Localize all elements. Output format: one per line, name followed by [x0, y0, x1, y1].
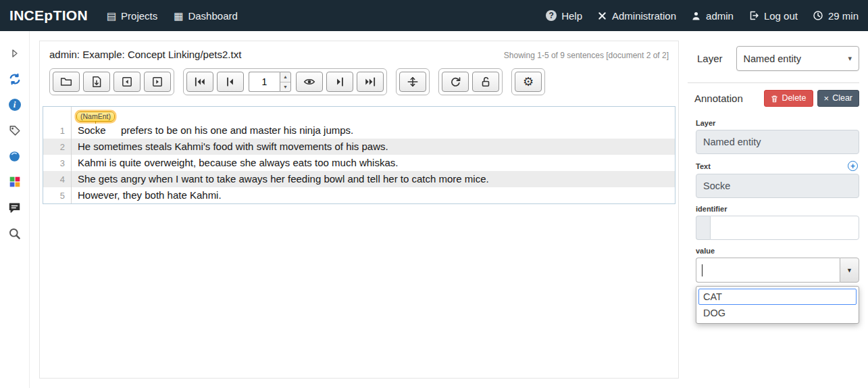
document-card: admin: Example: Concept Linking/pets2.tx… [39, 41, 679, 379]
nav-help[interactable]: ? Help [546, 10, 582, 22]
document-title: admin: Example: Concept Linking/pets2.tx… [49, 49, 241, 60]
search-sidebar-button[interactable] [6, 224, 24, 242]
layer-select-row: Layer Named entity ▾ [688, 41, 859, 71]
token-socke[interactable]: Socke [78, 124, 106, 136]
app-logo[interactable]: INCEpTION [9, 7, 88, 24]
next-page-button[interactable] [326, 72, 353, 92]
add-link-button[interactable]: + [848, 161, 858, 171]
identifier-input[interactable] [710, 216, 859, 240]
annotated-token[interactable]: (NamEnt)Socke [78, 124, 109, 136]
sentence-row-5: 5 However, they both hate Kahmi. [43, 187, 675, 203]
annotation-title: Annotation [694, 93, 760, 104]
center-selection-button[interactable] [399, 72, 426, 92]
nav-right: ? Help Administration admin Log out 29 [546, 10, 859, 22]
value-combobox: ▼ [696, 258, 859, 283]
sentence-row-1: 1 (NamEnt)Socke prefers to be on his one… [43, 107, 675, 139]
clear-button[interactable]: × Clear [817, 90, 859, 107]
annotation-label[interactable]: (NamEnt) [76, 112, 115, 122]
sentence-row-3: 3 Kahmi is quite overweight, because she… [43, 155, 675, 171]
chevron-right-icon [9, 48, 20, 59]
nav-user-label: admin [706, 10, 734, 22]
nav-user[interactable]: admin [691, 10, 734, 22]
sentence-row-2: 2 He sometimes steals Kahmi's food with … [43, 139, 675, 155]
annotation-header: Annotation Delete × Clear [688, 90, 859, 111]
previous-document-button[interactable] [113, 72, 141, 92]
clock-icon [813, 10, 823, 21]
nav-dashboard[interactable]: ▦ Dashboard [174, 10, 238, 22]
settings-button-group: ⚙ [511, 68, 545, 95]
sentence-rest[interactable]: prefers to be on his one and master his … [121, 124, 353, 136]
panel-divider [688, 82, 859, 83]
export-document-button[interactable] [83, 72, 110, 92]
value-combobox-input[interactable] [696, 258, 840, 283]
next-document-button[interactable] [144, 72, 171, 92]
layer-select[interactable]: Named entity ▾ [736, 46, 859, 71]
line-number: 1 [43, 107, 72, 139]
first-page-button[interactable] [186, 72, 213, 92]
page-number-input[interactable] [249, 72, 280, 92]
recommendations-button[interactable] [6, 70, 24, 88]
sync-icon [8, 72, 22, 86]
identifier-prefix-box [696, 216, 710, 240]
nav-logout[interactable]: Log out [748, 10, 798, 22]
session-timer: 29 min [813, 10, 859, 22]
entity-linking-button[interactable] [6, 147, 24, 165]
image-panel-button[interactable] [6, 173, 24, 191]
globe-icon [8, 150, 21, 163]
comment-icon [8, 201, 21, 214]
session-timer-label: 29 min [828, 10, 859, 22]
unlock-icon [480, 76, 492, 88]
nav-administration[interactable]: Administration [597, 10, 676, 22]
trash-icon [771, 95, 778, 103]
eye-icon [303, 76, 315, 88]
nav-administration-label: Administration [612, 10, 676, 22]
document-button-group [49, 68, 174, 95]
delete-annotation-button[interactable]: Delete [764, 90, 813, 107]
prev-doc-icon [121, 76, 133, 88]
clear-label: Clear [832, 93, 852, 103]
archive-icon: ▤ [107, 11, 116, 21]
open-document-button[interactable] [53, 72, 80, 92]
sentence-text[interactable]: (NamEnt)Socke prefers to be on his one a… [72, 108, 359, 139]
skip-to-end-icon [364, 76, 376, 88]
document-info-button[interactable]: i [6, 96, 24, 114]
page-stepper-up[interactable]: ▲ [280, 72, 290, 82]
nav-left: ▤ Projects ▦ Dashboard [107, 10, 238, 22]
comments-button[interactable] [6, 199, 24, 216]
nav-help-label: Help [561, 10, 582, 22]
next-doc-icon [151, 76, 163, 88]
tag-icon [9, 124, 21, 137]
nav-projects[interactable]: ▤ Projects [107, 10, 157, 22]
previous-page-button[interactable] [217, 72, 244, 92]
visibility-button[interactable] [296, 72, 323, 92]
magnifier-icon [8, 227, 21, 240]
layer-select-label: Layer [697, 53, 723, 64]
sentence-text[interactable]: She gets angry when I want to take aways… [72, 172, 494, 187]
annotation-detail-panel: Layer Named entity ▾ Annotation Delete ×… [688, 41, 859, 324]
option-dog[interactable]: DOG [698, 305, 857, 321]
line-number: 3 [43, 155, 72, 171]
last-page-button[interactable] [357, 72, 384, 92]
page-stepper-down[interactable]: ▼ [280, 82, 290, 92]
reset-document-button[interactable] [442, 72, 469, 92]
tagsets-button[interactable] [6, 122, 24, 139]
finish-document-button[interactable] [472, 72, 499, 92]
recycle-icon [449, 76, 461, 88]
field-text-input [696, 174, 859, 198]
settings-button[interactable]: ⚙ [515, 72, 542, 92]
page-number-control: ▲ ▼ [249, 72, 291, 92]
step-backward-icon [224, 76, 236, 88]
value-dropdown-button[interactable]: ▼ [840, 258, 859, 283]
expand-sidebar-button[interactable] [6, 45, 24, 62]
annotation-editor[interactable]: 1 (NamEnt)Socke prefers to be on his one… [43, 106, 675, 204]
delete-annotation-label: Delete [782, 93, 806, 103]
layer-select-value: Named entity [744, 53, 801, 64]
sentence-text[interactable]: Kahmi is quite overweight, because she a… [72, 155, 403, 171]
sentence-text[interactable]: He sometimes steals Kahmi's food with sw… [72, 139, 394, 155]
sentence-row-4: 4 She gets angry when I want to take awa… [43, 171, 675, 187]
option-cat[interactable]: CAT [698, 289, 857, 305]
text-cursor [702, 264, 703, 276]
sentence-text[interactable]: However, they both hate Kahmi. [72, 188, 227, 203]
nav-logout-label: Log out [764, 10, 798, 22]
grid-icon: ▦ [174, 11, 183, 21]
